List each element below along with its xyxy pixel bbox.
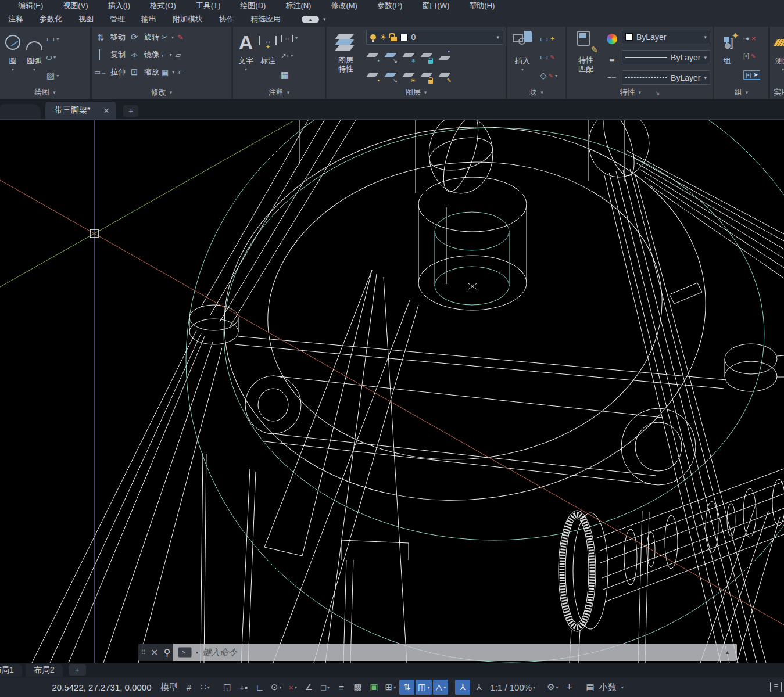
panel-label-group[interactable]: 组▾ xyxy=(714,86,768,99)
layer-freeze-button[interactable]: ❄ xyxy=(402,52,415,63)
color-wheel-icon[interactable] xyxy=(607,34,617,44)
ribbon-tab-output[interactable]: 输出 xyxy=(133,14,164,24)
dimension-button[interactable]: ↔ ✦ 标注 xyxy=(256,28,280,86)
transparency-toggle[interactable]: ▩ xyxy=(350,680,366,695)
arc-button[interactable]: 圆弧▾ xyxy=(23,28,45,86)
ortho-toggle[interactable]: ∟ xyxy=(252,680,267,695)
command-close-icon[interactable]: ✕ xyxy=(151,647,158,658)
file-tab-active[interactable]: 带三脚架* ✕ xyxy=(45,102,116,119)
file-tab-close-icon[interactable]: ✕ xyxy=(103,106,109,115)
drawing-canvas[interactable]: ⠿ ✕ ⚲ >_ ▾ 键入命令 ▲ xyxy=(0,120,784,663)
layer-unlock-all-button[interactable] xyxy=(420,72,433,82)
object-snap-toggle[interactable]: ∠ xyxy=(302,680,317,695)
ribbon-tab-addins[interactable]: 附加模块 xyxy=(164,14,211,24)
polar-tracking-toggle[interactable]: ⊙▾ xyxy=(269,680,284,695)
command-input[interactable]: >_ ▾ 键入命令 ▲ xyxy=(173,644,737,661)
annotation-visibility-toggle[interactable]: ⅄ xyxy=(455,680,470,695)
command-history-icon[interactable]: ▲ xyxy=(725,649,732,655)
file-tab-partial[interactable] xyxy=(0,104,41,119)
grid-toggle[interactable]: # xyxy=(181,680,196,695)
ribbon-collapse-button[interactable]: ▲ xyxy=(302,16,319,23)
units-button[interactable]: ▤小数▾ xyxy=(584,680,626,695)
text-button[interactable]: A 文字▾ xyxy=(235,28,256,86)
customization-button[interactable]: ☰ xyxy=(768,680,784,695)
dynamic-input-toggle[interactable]: +▪ xyxy=(236,680,251,695)
layer-lock-button[interactable] xyxy=(420,52,433,63)
panel-label-draw[interactable]: 绘图▾ xyxy=(0,86,90,99)
ribbon-tab-featured-apps[interactable]: 精选应用 xyxy=(242,14,289,24)
autoscale-toggle[interactable]: ⅄ xyxy=(471,680,486,695)
command-line-grip[interactable]: ⠿ ✕ ⚲ xyxy=(138,644,173,661)
layer-off-button[interactable]: • xyxy=(366,52,379,63)
menu-item-dimension[interactable]: 标注(N) xyxy=(275,1,321,11)
linear-dim-button[interactable]: ↔▾ xyxy=(281,35,298,42)
annotation-scale-button[interactable]: 1:1 / 100%▾ xyxy=(488,680,538,695)
menu-item-view[interactable]: 视图(V) xyxy=(53,1,98,11)
trim-button[interactable]: ✂ xyxy=(162,33,168,42)
command-prompt-icon[interactable]: >_ xyxy=(178,647,192,658)
osnap-tracking-toggle[interactable]: ×▾ xyxy=(285,680,300,695)
drag-grip-icon[interactable]: ⠿ xyxy=(141,649,145,656)
ribbon-tab-manage[interactable]: 管理 xyxy=(102,14,133,24)
snap-toggle[interactable]: ∷▾ xyxy=(198,680,213,695)
new-drawing-button[interactable]: ＋ xyxy=(123,105,138,117)
define-attributes-button[interactable]: ◇✎▾ xyxy=(540,70,557,81)
menu-item-file-clipped[interactable]: 文件(F) xyxy=(0,1,8,11)
panel-label-layers[interactable]: 图层▾ xyxy=(327,86,506,99)
recent-commands-caret-icon[interactable]: ▾ xyxy=(196,650,198,655)
stretch-button[interactable]: ▭→ 拉伸 xyxy=(94,63,126,81)
offset-button[interactable]: ⊂ xyxy=(178,68,184,77)
ellipse-button[interactable]: ○▾ xyxy=(46,52,59,62)
layout1-tab[interactable]: 布局1 xyxy=(0,664,22,677)
array-button[interactable]: ▦ xyxy=(162,68,169,77)
edit-block-button[interactable]: ▭✎ xyxy=(540,52,557,62)
explode-button[interactable]: ▱ xyxy=(176,51,181,59)
menu-item-draw[interactable]: 绘图(D) xyxy=(230,1,275,11)
linetype-dropdown[interactable]: ByLayer ▾ xyxy=(622,70,710,85)
move-button[interactable]: ↔⇅ 移动 xyxy=(94,28,126,46)
menu-item-help[interactable]: 帮助(H) xyxy=(459,1,504,11)
table-button[interactable]: ▦ xyxy=(281,70,298,80)
customize-wrench-icon[interactable]: ⚲ xyxy=(164,647,171,658)
group-button[interactable]: [ ]✦ 组 xyxy=(717,28,738,86)
create-block-button[interactable]: ▭✦ xyxy=(540,34,557,44)
lineweight-dropdown[interactable]: ByLayer ▾ xyxy=(622,50,710,64)
layer-unisolate-button[interactable]: ↘ xyxy=(384,72,397,82)
panel-label-properties[interactable]: 特性▾↘ xyxy=(567,86,713,99)
infer-constraints-toggle[interactable]: ◱ xyxy=(220,680,235,695)
match-properties-button[interactable]: ✎ 特性匹配 xyxy=(570,28,602,86)
rectangle-button[interactable]: ▭▾ xyxy=(46,34,59,44)
annotation-monitor-button[interactable]: + xyxy=(562,680,577,695)
group-selection-toggle[interactable]: [▪]➤ xyxy=(743,70,760,80)
ungroup-button[interactable]: ▫●✕ xyxy=(743,35,760,42)
panel-launcher-icon[interactable]: ↘ xyxy=(655,89,660,96)
selection-filter-toggle[interactable]: ◫▾ xyxy=(416,680,432,695)
ribbon-tab-parametric[interactable]: 参数化 xyxy=(31,14,70,24)
layer-isolate-button[interactable]: ↘ xyxy=(384,52,397,63)
menu-item-parametric[interactable]: 参数(P) xyxy=(367,1,412,11)
ribbon-tab-view[interactable]: 视图 xyxy=(70,14,102,24)
panel-label-annotate[interactable]: 注释▾ xyxy=(233,86,325,99)
ribbon-collapse-caret-icon[interactable]: ▾ xyxy=(323,16,326,22)
panel-label-modify[interactable]: 修改▾ xyxy=(92,86,231,99)
lineweight-toggle[interactable]: ≡ xyxy=(334,680,349,695)
osnap-settings-toggle[interactable]: □▾ xyxy=(318,680,333,695)
menu-item-edit[interactable]: 编辑(E) xyxy=(8,1,53,11)
layer-match-button[interactable]: ✎ xyxy=(438,72,451,82)
osnap-3d-toggle[interactable]: ⊞▾ xyxy=(383,680,399,695)
circle-button[interactable]: 圆▾ xyxy=(2,28,23,86)
leader-button[interactable]: ↗◦▾ xyxy=(281,52,298,60)
group-edit-button[interactable]: [▫]✎ xyxy=(743,52,760,59)
mirror-button[interactable]: ◃▹ 镜像 xyxy=(128,46,159,63)
layer-thaw-all-button[interactable]: ☀ xyxy=(402,72,415,82)
fillet-button[interactable]: ⌐ xyxy=(162,51,166,59)
layer-make-current-button[interactable]: • xyxy=(438,52,451,63)
selection-cycling-toggle[interactable]: ▣ xyxy=(367,680,382,695)
layer-dropdown[interactable]: ☀ 0 ▾ xyxy=(366,30,503,45)
workspace-switching-button[interactable]: ⚙▾ xyxy=(545,680,560,695)
panel-label-utilities[interactable]: 实用工具▾ xyxy=(770,86,784,99)
model-space-button[interactable]: 模型 xyxy=(158,680,180,695)
layout2-tab[interactable]: 布局2 xyxy=(26,664,63,677)
dynamic-ucs-toggle[interactable]: ⇅ xyxy=(399,680,414,695)
gizmo-toggle[interactable]: △▾ xyxy=(433,680,448,695)
